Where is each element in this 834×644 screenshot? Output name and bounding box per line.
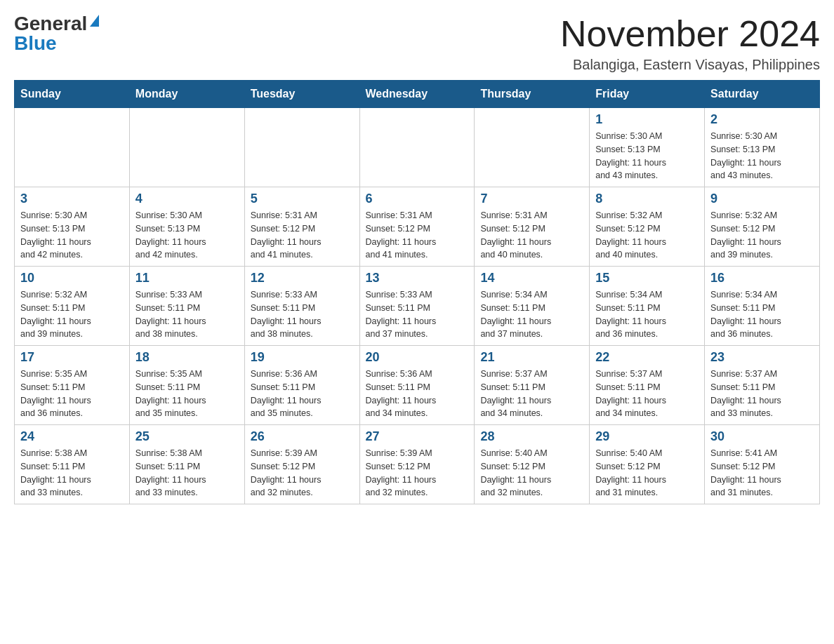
day-number: 5 <box>251 192 354 206</box>
day-info: Sunrise: 5:31 AM Sunset: 5:12 PM Dayligh… <box>251 209 354 262</box>
day-info: Sunrise: 5:37 AM Sunset: 5:11 PM Dayligh… <box>480 368 583 420</box>
day-number: 14 <box>480 271 583 286</box>
day-info: Sunrise: 5:39 AM Sunset: 5:12 PM Dayligh… <box>251 447 354 499</box>
calendar-cell: 4Sunrise: 5:30 AM Sunset: 5:13 PM Daylig… <box>129 187 244 267</box>
calendar-cell: 3Sunrise: 5:30 AM Sunset: 5:13 PM Daylig… <box>15 187 130 267</box>
day-number: 11 <box>135 271 239 286</box>
day-number: 29 <box>595 429 699 444</box>
day-number: 3 <box>20 192 124 206</box>
day-number: 1 <box>595 112 699 127</box>
page-header: General Blue November 2024 Balangiga, Ea… <box>14 14 820 73</box>
day-info: Sunrise: 5:35 AM Sunset: 5:11 PM Dayligh… <box>20 368 124 420</box>
calendar-cell: 22Sunrise: 5:37 AM Sunset: 5:11 PM Dayli… <box>590 346 705 425</box>
day-info: Sunrise: 5:34 AM Sunset: 5:11 PM Dayligh… <box>710 288 814 341</box>
day-number: 12 <box>251 271 354 286</box>
calendar-cell: 8Sunrise: 5:32 AM Sunset: 5:12 PM Daylig… <box>590 187 705 267</box>
day-number: 25 <box>135 429 239 444</box>
day-info: Sunrise: 5:39 AM Sunset: 5:12 PM Dayligh… <box>366 447 469 499</box>
header-friday: Friday <box>590 81 705 108</box>
day-number: 10 <box>20 271 124 286</box>
calendar-cell: 2Sunrise: 5:30 AM Sunset: 5:13 PM Daylig… <box>705 108 820 187</box>
calendar-table: SundayMondayTuesdayWednesdayThursdayFrid… <box>14 80 820 504</box>
calendar-cell: 24Sunrise: 5:38 AM Sunset: 5:11 PM Dayli… <box>15 425 130 504</box>
day-info: Sunrise: 5:38 AM Sunset: 5:11 PM Dayligh… <box>135 447 239 499</box>
header-thursday: Thursday <box>475 81 590 108</box>
day-number: 24 <box>20 429 124 444</box>
calendar-cell: 15Sunrise: 5:34 AM Sunset: 5:11 PM Dayli… <box>590 267 705 346</box>
day-info: Sunrise: 5:37 AM Sunset: 5:11 PM Dayligh… <box>710 368 814 420</box>
calendar-week-1: 1Sunrise: 5:30 AM Sunset: 5:13 PM Daylig… <box>15 108 820 187</box>
calendar-cell: 14Sunrise: 5:34 AM Sunset: 5:11 PM Dayli… <box>475 267 590 346</box>
calendar-cell: 13Sunrise: 5:33 AM Sunset: 5:11 PM Dayli… <box>359 267 475 346</box>
header-monday: Monday <box>129 81 244 108</box>
logo-blue-text: Blue <box>14 34 57 53</box>
day-number: 30 <box>710 429 814 444</box>
calendar-cell: 1Sunrise: 5:30 AM Sunset: 5:13 PM Daylig… <box>590 108 705 187</box>
day-number: 27 <box>366 429 469 444</box>
calendar-week-2: 3Sunrise: 5:30 AM Sunset: 5:13 PM Daylig… <box>15 187 820 267</box>
calendar-cell <box>475 108 590 187</box>
calendar-cell: 11Sunrise: 5:33 AM Sunset: 5:11 PM Dayli… <box>129 267 244 346</box>
calendar-cell: 28Sunrise: 5:40 AM Sunset: 5:12 PM Dayli… <box>475 425 590 504</box>
day-number: 15 <box>595 271 699 286</box>
day-info: Sunrise: 5:32 AM Sunset: 5:12 PM Dayligh… <box>710 209 814 262</box>
day-number: 21 <box>480 350 583 365</box>
calendar-cell: 25Sunrise: 5:38 AM Sunset: 5:11 PM Dayli… <box>129 425 244 504</box>
calendar-cell: 21Sunrise: 5:37 AM Sunset: 5:11 PM Dayli… <box>475 346 590 425</box>
header-saturday: Saturday <box>705 81 820 108</box>
logo-triangle-icon <box>90 15 99 27</box>
calendar-cell: 5Sunrise: 5:31 AM Sunset: 5:12 PM Daylig… <box>244 187 359 267</box>
day-number: 8 <box>595 192 699 206</box>
day-info: Sunrise: 5:40 AM Sunset: 5:12 PM Dayligh… <box>480 447 583 499</box>
day-info: Sunrise: 5:31 AM Sunset: 5:12 PM Dayligh… <box>480 209 583 262</box>
calendar-cell: 18Sunrise: 5:35 AM Sunset: 5:11 PM Dayli… <box>129 346 244 425</box>
day-number: 13 <box>366 271 469 286</box>
day-info: Sunrise: 5:37 AM Sunset: 5:11 PM Dayligh… <box>595 368 699 420</box>
calendar-cell: 29Sunrise: 5:40 AM Sunset: 5:12 PM Dayli… <box>590 425 705 504</box>
calendar-header: SundayMondayTuesdayWednesdayThursdayFrid… <box>15 81 820 108</box>
calendar-week-3: 10Sunrise: 5:32 AM Sunset: 5:11 PM Dayli… <box>15 267 820 346</box>
calendar-cell: 12Sunrise: 5:33 AM Sunset: 5:11 PM Dayli… <box>244 267 359 346</box>
logo: General Blue <box>14 14 99 53</box>
day-info: Sunrise: 5:33 AM Sunset: 5:11 PM Dayligh… <box>251 288 354 341</box>
day-number: 22 <box>595 350 699 365</box>
calendar-cell: 27Sunrise: 5:39 AM Sunset: 5:12 PM Dayli… <box>359 425 475 504</box>
day-info: Sunrise: 5:34 AM Sunset: 5:11 PM Dayligh… <box>595 288 699 341</box>
day-info: Sunrise: 5:35 AM Sunset: 5:11 PM Dayligh… <box>135 368 239 420</box>
day-info: Sunrise: 5:30 AM Sunset: 5:13 PM Dayligh… <box>135 209 239 262</box>
day-info: Sunrise: 5:30 AM Sunset: 5:13 PM Dayligh… <box>20 209 124 262</box>
calendar-week-4: 17Sunrise: 5:35 AM Sunset: 5:11 PM Dayli… <box>15 346 820 425</box>
day-number: 20 <box>366 350 469 365</box>
calendar-cell: 6Sunrise: 5:31 AM Sunset: 5:12 PM Daylig… <box>359 187 475 267</box>
day-number: 16 <box>710 271 814 286</box>
day-number: 18 <box>135 350 239 365</box>
day-info: Sunrise: 5:38 AM Sunset: 5:11 PM Dayligh… <box>20 447 124 499</box>
day-info: Sunrise: 5:40 AM Sunset: 5:12 PM Dayligh… <box>595 447 699 499</box>
day-info: Sunrise: 5:32 AM Sunset: 5:12 PM Dayligh… <box>595 209 699 262</box>
calendar-week-5: 24Sunrise: 5:38 AM Sunset: 5:11 PM Dayli… <box>15 425 820 504</box>
calendar-cell: 30Sunrise: 5:41 AM Sunset: 5:12 PM Dayli… <box>705 425 820 504</box>
day-info: Sunrise: 5:30 AM Sunset: 5:13 PM Dayligh… <box>710 130 814 182</box>
calendar-cell: 19Sunrise: 5:36 AM Sunset: 5:11 PM Dayli… <box>244 346 359 425</box>
header-row: SundayMondayTuesdayWednesdayThursdayFrid… <box>15 81 820 108</box>
calendar-cell <box>359 108 475 187</box>
calendar-cell: 16Sunrise: 5:34 AM Sunset: 5:11 PM Dayli… <box>705 267 820 346</box>
day-info: Sunrise: 5:33 AM Sunset: 5:11 PM Dayligh… <box>135 288 239 341</box>
calendar-cell: 23Sunrise: 5:37 AM Sunset: 5:11 PM Dayli… <box>705 346 820 425</box>
day-number: 6 <box>366 192 469 206</box>
header-wednesday: Wednesday <box>359 81 475 108</box>
day-info: Sunrise: 5:31 AM Sunset: 5:12 PM Dayligh… <box>366 209 469 262</box>
day-number: 23 <box>710 350 814 365</box>
day-number: 2 <box>710 112 814 127</box>
day-info: Sunrise: 5:36 AM Sunset: 5:11 PM Dayligh… <box>251 368 354 420</box>
calendar-cell <box>244 108 359 187</box>
day-info: Sunrise: 5:33 AM Sunset: 5:11 PM Dayligh… <box>366 288 469 341</box>
location-text: Balangiga, Eastern Visayas, Philippines <box>560 57 820 73</box>
day-number: 19 <box>251 350 354 365</box>
day-number: 7 <box>480 192 583 206</box>
calendar-cell <box>15 108 130 187</box>
month-title: November 2024 <box>560 14 820 54</box>
day-info: Sunrise: 5:30 AM Sunset: 5:13 PM Dayligh… <box>595 130 699 182</box>
day-info: Sunrise: 5:34 AM Sunset: 5:11 PM Dayligh… <box>480 288 583 341</box>
calendar-cell: 26Sunrise: 5:39 AM Sunset: 5:12 PM Dayli… <box>244 425 359 504</box>
